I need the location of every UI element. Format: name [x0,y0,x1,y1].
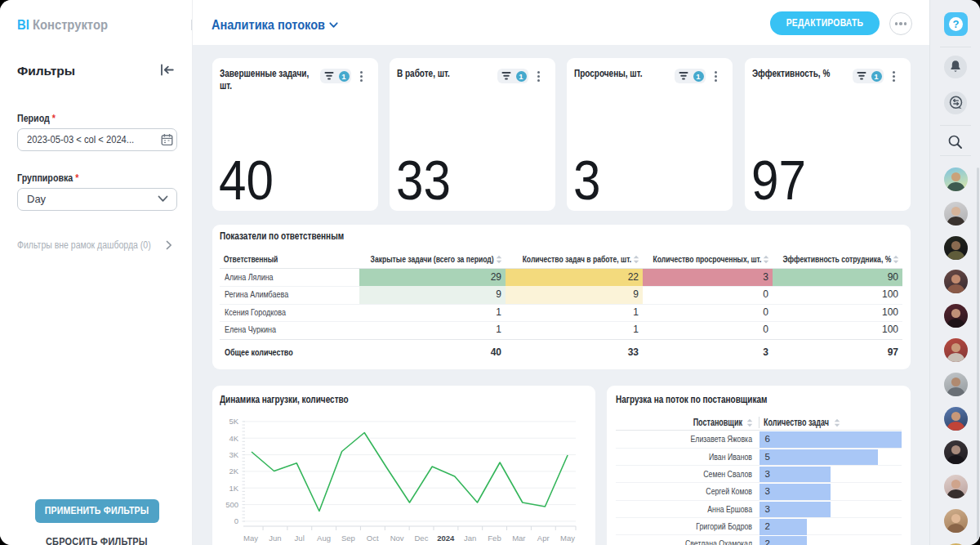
svg-text:Oct: Oct [367,534,379,543]
svg-text:Nov: Nov [390,534,404,543]
svg-text:5K: 5K [229,417,238,426]
svg-text:Jun: Jun [269,534,281,543]
svg-text:Dec: Dec [414,534,428,543]
svg-text:Jul: Jul [295,534,305,543]
svg-text:1K: 1K [229,484,238,493]
svg-text:0: 0 [234,516,238,525]
svg-text:Apr: Apr [537,534,550,543]
svg-text:Feb: Feb [488,534,501,543]
svg-text:Aug: Aug [317,534,331,543]
svg-text:Jan: Jan [464,534,476,543]
svg-text:Mar: Mar [512,534,525,543]
svg-text:Sep: Sep [341,534,355,543]
svg-text:May: May [243,534,258,543]
svg-text:3K: 3K [229,450,238,459]
svg-text:May: May [560,534,575,543]
svg-text:2K: 2K [229,467,238,476]
svg-text:500: 500 [225,500,238,509]
svg-text:2024: 2024 [437,534,455,543]
svg-text:4K: 4K [229,434,238,443]
